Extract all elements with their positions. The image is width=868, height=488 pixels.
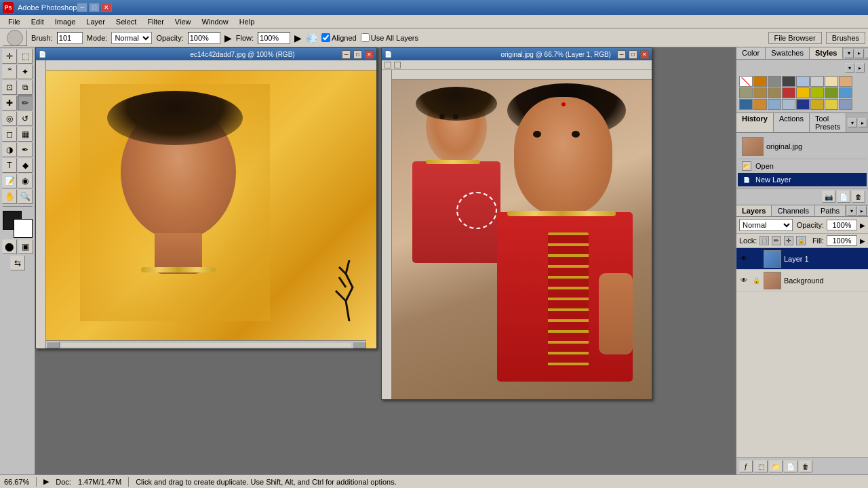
minimize-button[interactable]: ─ (77, 3, 87, 12)
eyedropper-tool[interactable]: ◉ (18, 174, 33, 188)
tab-history[interactable]: History (736, 113, 774, 132)
styles-expand-btn[interactable]: ▾ (845, 63, 854, 73)
swatch-12[interactable] (782, 87, 795, 98)
swatch-4[interactable] (782, 76, 795, 87)
lock-paint-icon[interactable]: ✏ (772, 236, 781, 245)
doc1-close[interactable]: ✕ (365, 50, 374, 59)
menu-filter[interactable]: Filter (142, 16, 169, 27)
hand-tool[interactable]: ✋ (2, 189, 17, 204)
menu-select[interactable]: Select (111, 16, 142, 27)
swatch-5[interactable] (796, 76, 810, 87)
mode-select[interactable]: Normal Multiply Screen (111, 32, 152, 44)
aligned-checkbox[interactable] (321, 33, 330, 42)
swatch-19[interactable] (768, 99, 781, 110)
panel-expand-btn[interactable]: ▸ (854, 49, 864, 58)
swatch-7[interactable] (825, 76, 838, 87)
history-brush-tool[interactable]: ↺ (18, 111, 33, 126)
history-new-doc-btn[interactable]: 📄 (837, 190, 850, 203)
slice-tool[interactable]: ⧉ (18, 80, 33, 95)
layer1-visibility-icon[interactable]: 👁 (739, 254, 749, 264)
history-collapse-btn[interactable]: ▾ (848, 118, 857, 127)
history-item-new-layer[interactable]: 📄 New Layer (738, 173, 867, 186)
menu-layer[interactable]: Layer (81, 16, 111, 27)
tab-swatches[interactable]: Swatches (766, 47, 810, 59)
opacity-arrow[interactable]: ▶ (224, 33, 232, 43)
tab-actions[interactable]: Actions (774, 113, 810, 132)
move-tool[interactable]: ✛ (2, 49, 17, 64)
swatch-18[interactable] (753, 99, 767, 110)
marquee-tool[interactable]: ⬚ (18, 49, 33, 64)
doc1-hscrollbar[interactable] (46, 340, 366, 348)
panel-close-btn[interactable]: ✕ (865, 49, 868, 58)
swatch-16[interactable] (839, 87, 852, 98)
shape-tool[interactable]: ◆ (18, 158, 33, 173)
swatch-20[interactable] (782, 99, 795, 110)
layers-collapse-btn[interactable]: ▾ (847, 206, 856, 216)
history-trash-btn[interactable]: 🗑 (852, 190, 865, 203)
swatch-17[interactable] (739, 99, 753, 110)
magic-wand-tool[interactable]: ✦ (18, 64, 33, 79)
layer-bg-visibility-icon[interactable]: 👁 (739, 276, 749, 285)
swatch-2[interactable] (753, 76, 767, 87)
flow-arrow[interactable]: ▶ (294, 33, 302, 43)
menu-image[interactable]: Image (50, 16, 81, 27)
doc2-minimize[interactable]: ─ (617, 50, 626, 59)
tab-styles[interactable]: Styles (810, 47, 843, 59)
doc2-restore[interactable]: □ (629, 50, 637, 59)
swatch-14[interactable] (810, 87, 824, 98)
doc2-content[interactable] (392, 80, 652, 399)
close-button[interactable]: ✕ (101, 3, 112, 12)
tab-tool-presets[interactable]: Tool Presets (810, 113, 846, 132)
swatch-22[interactable] (810, 99, 824, 110)
brushes-button[interactable]: Brushes (826, 32, 865, 44)
screen-mode-btn[interactable]: ▣ (18, 239, 33, 254)
swatch-10[interactable] (753, 87, 767, 98)
restore-button[interactable]: □ (89, 3, 100, 12)
heal-tool[interactable]: ✚ (2, 96, 17, 110)
layer-item-background[interactable]: 👁 🔒 Background (736, 270, 868, 291)
fill-input[interactable] (827, 235, 857, 246)
gradient-tool[interactable]: ▦ (18, 127, 33, 142)
jump-to-imageready[interactable]: ⇆ (10, 256, 25, 270)
flow-input[interactable] (258, 32, 290, 44)
layer-item-1[interactable]: 👁 Layer 1 (736, 248, 868, 270)
doc2-icon2[interactable] (394, 62, 401, 68)
menu-help[interactable]: Help (234, 16, 260, 27)
lock-transparent-icon[interactable]: ⬚ (760, 236, 769, 245)
tab-color[interactable]: Color (736, 47, 766, 59)
new-group-btn[interactable]: 📁 (769, 460, 783, 472)
layers-opacity-input[interactable] (827, 220, 857, 230)
zoom-tool[interactable]: 🔍 (18, 189, 33, 204)
layers-expand-btn[interactable]: ▸ (857, 206, 867, 216)
notes-tool[interactable]: 📝 (2, 174, 17, 188)
swatch-13[interactable] (796, 87, 810, 98)
new-layer-btn[interactable]: 📄 (784, 460, 797, 472)
lock-all-icon[interactable]: 🔒 (796, 236, 806, 245)
play-btn[interactable]: ▶ (43, 477, 49, 486)
tab-paths[interactable]: Paths (815, 205, 846, 216)
menu-edit[interactable]: Edit (26, 16, 50, 27)
tab-channels[interactable]: Channels (772, 205, 814, 216)
swatch-23[interactable] (825, 99, 838, 110)
menu-file[interactable]: File (3, 16, 26, 27)
doc1-titlebar[interactable]: 📄 ec14c42dadd7.jpg @ 100% (RGB) ─ □ ✕ (36, 48, 376, 60)
blend-mode-select[interactable]: Normal Multiply Screen (739, 219, 793, 231)
swatch-15[interactable] (825, 87, 838, 98)
doc2-icon1[interactable] (384, 62, 391, 68)
doc2-close[interactable]: ✕ (640, 50, 649, 59)
tab-layers[interactable]: Layers (736, 205, 772, 216)
type-tool[interactable]: T (2, 158, 17, 173)
crop-tool[interactable]: ⊡ (2, 80, 17, 95)
opacity-arrow-icon[interactable]: ▶ (860, 222, 865, 229)
swatch-21[interactable] (796, 99, 810, 110)
history-snapshot-row[interactable]: original.jpg (738, 134, 867, 159)
menu-window[interactable]: Window (197, 16, 234, 27)
doc1-minimize[interactable]: ─ (342, 50, 351, 59)
swatch-3[interactable] (768, 76, 781, 87)
quick-mask-btn[interactable]: ⬤ (2, 239, 17, 254)
doc2-titlebar[interactable]: 📄 original.jpg @ 66.7% (Layer 1, RGB) ─ … (382, 48, 652, 60)
swatch-8[interactable] (839, 76, 852, 87)
background-color[interactable] (14, 219, 33, 238)
panel-collapse-btn[interactable]: ▾ (844, 49, 854, 58)
doc1-restore[interactable]: □ (353, 50, 362, 59)
